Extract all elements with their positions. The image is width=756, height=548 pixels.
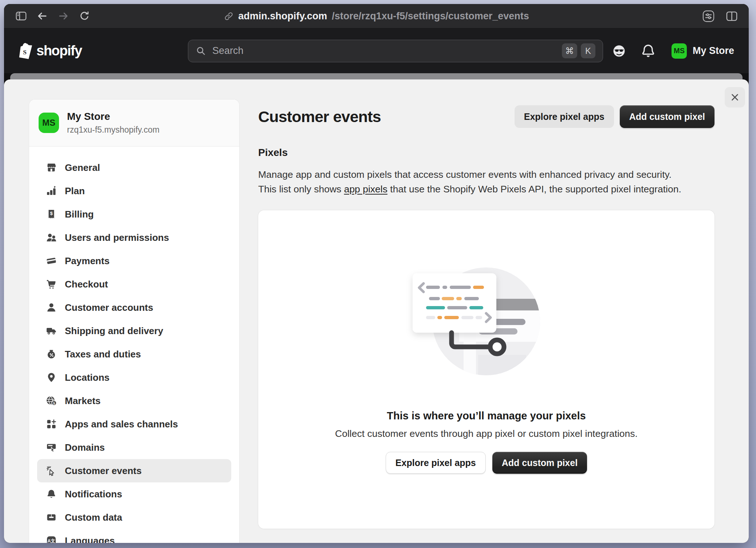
sidebar-item-general[interactable]: General xyxy=(37,156,231,179)
store-icon xyxy=(46,162,57,173)
sidebar-item-plan[interactable]: Plan xyxy=(37,179,231,203)
sidebar-item-label: Users and permissions xyxy=(65,232,169,243)
sidebar-item-languages[interactable]: A文Languages xyxy=(37,529,231,543)
sidebar-item-label: Payments xyxy=(65,255,110,267)
sidebar-item-taxes-and-duties[interactable]: Taxes and duties xyxy=(37,342,231,366)
shopify-logo[interactable]: S shopify xyxy=(19,43,82,59)
add-custom-pixel-button[interactable]: Add custom pixel xyxy=(620,105,714,128)
pixels-empty-panel: This is where you’ll manage your pixels … xyxy=(258,210,714,529)
browser-window: admin.shopify.com/store/rzq1xu-f5/settin… xyxy=(4,4,749,543)
sidebar-item-label: Markets xyxy=(65,395,101,407)
pixels-description: Manage app and custom pixels that access… xyxy=(258,167,714,196)
svg-text:A文: A文 xyxy=(47,538,55,543)
sidebar-item-markets[interactable]: $Markets xyxy=(37,389,231,412)
sidebar-item-label: Taxes and duties xyxy=(65,349,141,360)
browser-toolbar: admin.shopify.com/store/rzq1xu-f5/settin… xyxy=(4,4,749,28)
app-pixels-link[interactable]: app pixels xyxy=(344,184,387,195)
svg-text:$: $ xyxy=(50,211,53,216)
notifications-bell-icon[interactable] xyxy=(640,43,656,59)
sidebar-item-label: Domains xyxy=(65,442,105,453)
users-icon xyxy=(46,232,57,243)
sidebar-item-label: General xyxy=(65,162,100,173)
cart-icon xyxy=(46,279,57,290)
search-input[interactable] xyxy=(212,45,558,57)
settings-sidebar: MS My Store rzq1xu-f5.myshopify.com Gene… xyxy=(29,99,239,543)
forward-icon[interactable] xyxy=(57,10,70,22)
sidebar-item-label: Languages xyxy=(65,535,115,543)
global-search[interactable]: ⌘ K xyxy=(188,40,603,62)
sidebar-item-label: Apps and sales channels xyxy=(65,419,178,430)
explore-pixel-apps-button[interactable]: Explore pixel apps xyxy=(515,105,614,128)
close-button[interactable] xyxy=(725,87,745,107)
sidebar-item-billing[interactable]: $Billing xyxy=(37,203,231,226)
person-icon xyxy=(46,302,57,313)
sidebar-item-label: Shipping and delivery xyxy=(65,325,163,337)
sidebar-item-apps-and-sales-channels[interactable]: Apps and sales channels xyxy=(37,412,231,436)
close-icon xyxy=(730,92,740,102)
store-domain: rzq1xu-f5.myshopify.com xyxy=(67,125,160,135)
description-line1: Manage app and custom pixels that access… xyxy=(258,167,714,182)
incognito-icon[interactable] xyxy=(611,43,627,59)
domain-icon xyxy=(46,442,57,453)
sidebar-item-users-and-permissions[interactable]: Users and permissions xyxy=(37,226,231,249)
sidebar-item-locations[interactable]: Locations xyxy=(37,366,231,389)
svg-text:S: S xyxy=(23,48,27,55)
settings-sheet: MS My Store rzq1xu-f5.myshopify.com Gene… xyxy=(4,79,749,543)
search-icon xyxy=(196,46,206,56)
sidebar-item-domains[interactable]: Domains xyxy=(37,436,231,459)
add-custom-pixel-button-empty[interactable]: Add custom pixel xyxy=(492,452,587,474)
sidebar-item-shipping-and-delivery[interactable]: Shipping and delivery xyxy=(37,319,231,342)
sidebar-toggle-icon[interactable] xyxy=(15,10,27,22)
page-title: Customer events xyxy=(258,108,381,126)
store-name: My Store xyxy=(67,111,160,122)
apps-icon xyxy=(46,419,57,430)
pixels-empty-illustration xyxy=(401,266,572,380)
sidebar-item-label: Billing xyxy=(65,209,94,220)
svg-text:$: $ xyxy=(53,401,55,405)
cmd-keycap: ⌘ xyxy=(562,43,577,58)
sidebar-item-payments[interactable]: Payments xyxy=(37,249,231,273)
sidebar-item-customer-events[interactable]: Customer events xyxy=(37,459,231,482)
shopify-wordmark: shopify xyxy=(36,43,82,59)
k-keycap: K xyxy=(581,43,595,58)
chart-icon xyxy=(46,185,57,196)
sidebar-item-label: Customer events xyxy=(65,465,142,477)
sidebar-item-checkout[interactable]: Checkout xyxy=(37,273,231,296)
address-bar[interactable]: admin.shopify.com/store/rzq1xu-f5/settin… xyxy=(224,4,529,28)
empty-state-subtitle: Collect customer events through app pixe… xyxy=(258,428,714,439)
store-card: MS My Store rzq1xu-f5.myshopify.com xyxy=(29,99,239,146)
explore-pixel-apps-button-empty[interactable]: Explore pixel apps xyxy=(386,452,486,474)
shopify-bag-icon: S xyxy=(19,43,33,59)
sidebar-item-label: Customer accounts xyxy=(65,302,153,313)
empty-state-title: This is where you’ll manage your pixels xyxy=(258,410,714,422)
sidebar-item-label: Plan xyxy=(65,185,85,197)
customer-events-page: Customer events Explore pixel apps Add c… xyxy=(258,79,714,529)
receipt-icon: $ xyxy=(46,209,57,220)
account-name: My Store xyxy=(693,45,734,56)
link-icon xyxy=(224,11,233,21)
sidebar-item-notifications[interactable]: Notifications xyxy=(37,482,231,506)
data-icon xyxy=(46,512,57,523)
sidebar-item-customer-accounts[interactable]: Customer accounts xyxy=(37,296,231,319)
globe-icon: $ xyxy=(46,395,57,406)
back-icon[interactable] xyxy=(36,10,48,22)
store-avatar: MS xyxy=(39,113,59,133)
settings-modal-stack: MS My Store rzq1xu-f5.myshopify.com Gene… xyxy=(4,73,749,543)
sidebar-item-label: Checkout xyxy=(65,279,108,290)
split-view-icon[interactable] xyxy=(725,10,738,22)
reload-icon[interactable] xyxy=(78,10,91,22)
payment-icon xyxy=(46,255,57,266)
url-host: admin.shopify.com xyxy=(238,11,327,22)
tax-icon xyxy=(46,349,57,360)
admin-header: S shopify ⌘ K MS My Store xyxy=(4,28,749,73)
sidebar-item-custom-data[interactable]: Custom data xyxy=(37,506,231,529)
settings-nav: GeneralPlan$BillingUsers and permissions… xyxy=(29,146,239,543)
bell-icon xyxy=(46,489,57,500)
account-menu[interactable]: MS My Store xyxy=(672,43,734,59)
url-path: /store/rzq1xu-f5/settings/customer_event… xyxy=(332,11,529,22)
pixels-section-title: Pixels xyxy=(258,147,714,158)
pin-icon xyxy=(46,372,57,383)
tune-icon[interactable] xyxy=(702,10,714,22)
lang-icon: A文 xyxy=(46,535,57,543)
sidebar-item-label: Locations xyxy=(65,372,110,383)
